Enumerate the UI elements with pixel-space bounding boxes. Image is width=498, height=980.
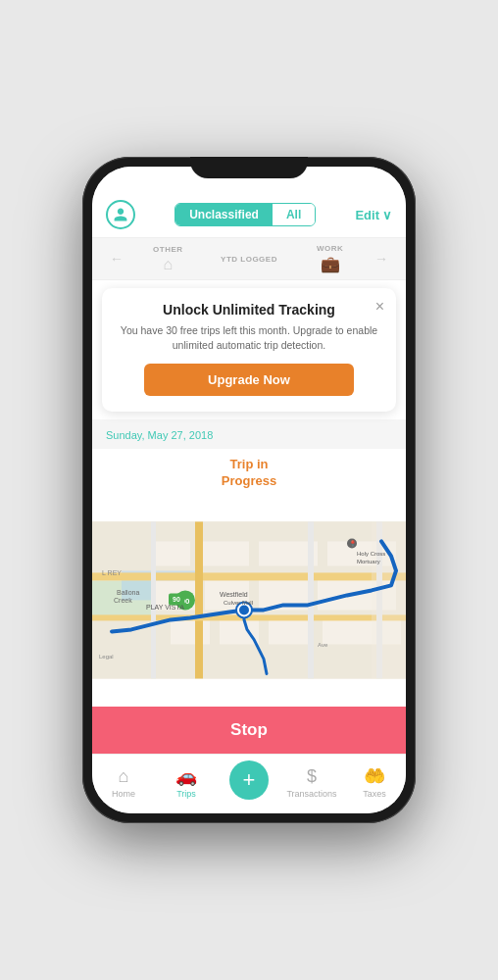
svg-rect-14 <box>269 620 313 645</box>
svg-rect-12 <box>171 620 210 645</box>
header: Unclassified All Edit ∨ <box>92 194 406 237</box>
date-label: Sunday, May 27, 2018 <box>106 429 213 441</box>
nav-add[interactable]: + <box>218 760 280 804</box>
svg-rect-24 <box>372 522 406 679</box>
svg-text:Ballona: Ballona <box>117 590 139 597</box>
trips-nav-icon: 🚗 <box>175 765 197 787</box>
trip-progress-text: Trip in Progress <box>92 457 406 490</box>
nav-taxes[interactable]: 🤲 Taxes <box>343 765 406 799</box>
svg-rect-4 <box>151 542 190 566</box>
svg-point-26 <box>239 606 249 615</box>
map-container: 90 Ballona Creek PLAY VISTA Westfield Cu… <box>92 494 406 707</box>
svg-text:Mortuary: Mortuary <box>357 560 380 565</box>
svg-rect-5 <box>200 542 249 566</box>
nav-trips[interactable]: 🚗 Trips <box>155 765 218 799</box>
home-icon: ⌂ <box>127 256 209 273</box>
stat-work: WORK 💼 <box>289 244 371 273</box>
taxes-nav-icon: 🤲 <box>364 765 385 787</box>
svg-text:Creek: Creek <box>114 598 132 605</box>
svg-rect-16 <box>92 573 406 581</box>
phone-screen: Unclassified All Edit ∨ ← OTHER ⌂ YTD LO… <box>92 167 406 813</box>
svg-text:Legal: Legal <box>99 655 114 661</box>
arrow-left-icon[interactable]: ← <box>106 251 127 267</box>
stats-bar: ← OTHER ⌂ YTD LOGGED WORK 💼 → <box>92 237 406 280</box>
nav-transactions[interactable]: $ Transactions <box>280 766 343 799</box>
svg-rect-21 <box>151 522 156 679</box>
transactions-nav-label: Transactions <box>286 789 336 799</box>
svg-text:Holy Cross: Holy Cross <box>357 552 385 558</box>
popup-title: Unlock Unlimited Tracking <box>118 302 380 318</box>
tab-all[interactable]: All <box>273 204 315 225</box>
phone-frame: Unclassified All Edit ∨ ← OTHER ⌂ YTD LO… <box>82 157 416 823</box>
add-button[interactable]: + <box>229 760 269 800</box>
popup-description: You have 30 free trips left this month. … <box>118 323 380 352</box>
map-svg: 90 Ballona Creek PLAY VISTA Westfield Cu… <box>92 494 406 707</box>
stat-other: OTHER ⌂ <box>127 245 209 273</box>
svg-text:Ave: Ave <box>318 643 328 649</box>
edit-button[interactable]: Edit ∨ <box>355 208 392 222</box>
trip-progress-section: Trip in Progress <box>92 449 406 494</box>
upgrade-popup: × Unlock Unlimited Tracking You have 30 … <box>102 288 396 412</box>
tab-unclassified[interactable]: Unclassified <box>175 204 273 225</box>
nav-home[interactable]: ⌂ Home <box>92 766 155 799</box>
briefcase-icon: 💼 <box>289 255 371 273</box>
arrow-right-icon[interactable]: → <box>371 251 392 267</box>
svg-text:📍: 📍 <box>349 541 357 549</box>
trips-nav-label: Trips <box>176 789 196 799</box>
stop-button[interactable]: Stop <box>92 707 406 754</box>
svg-text:90: 90 <box>173 597 180 604</box>
bottom-nav: ⌂ Home 🚗 Trips + $ Transactions 🤲 Taxes <box>92 754 406 813</box>
date-section: Sunday, May 27, 2018 <box>92 419 406 449</box>
avatar[interactable] <box>106 200 135 229</box>
svg-rect-17 <box>195 522 203 679</box>
svg-rect-19 <box>308 522 314 679</box>
tab-group: Unclassified All <box>174 203 316 226</box>
svg-text:L REY: L REY <box>102 570 122 577</box>
stat-ytd: YTD LOGGED <box>209 255 290 264</box>
close-icon[interactable]: × <box>375 298 384 316</box>
svg-text:Westfield: Westfield <box>220 592 248 599</box>
home-nav-icon: ⌂ <box>119 766 129 787</box>
home-nav-label: Home <box>112 789 135 799</box>
svg-text:PLAY VISTA: PLAY VISTA <box>146 605 184 612</box>
upgrade-button[interactable]: Upgrade Now <box>144 364 354 396</box>
taxes-nav-label: Taxes <box>363 789 386 799</box>
svg-text:Culver Mall: Culver Mall <box>224 601 253 607</box>
notch <box>190 157 308 178</box>
transactions-nav-icon: $ <box>307 766 317 787</box>
